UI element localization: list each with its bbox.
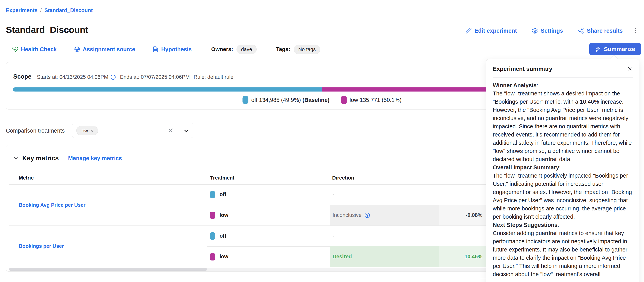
target-icon — [74, 46, 80, 52]
column-header-direction: Direction — [332, 175, 354, 181]
scope-rule: Rule: default rule — [194, 74, 234, 80]
owners-label: Owners: — [211, 46, 233, 52]
tags-pill[interactable]: No tags — [294, 45, 320, 54]
owner-pill[interactable]: dave — [236, 45, 256, 54]
panel-divider — [493, 77, 633, 78]
assignment-source-link[interactable]: Assignment source — [74, 46, 135, 53]
close-icon[interactable] — [626, 65, 634, 73]
breadcrumb-experiments[interactable]: Experiments — [6, 8, 38, 14]
summary-section-winner: Winner Analysis:The "low" treatment show… — [493, 81, 633, 163]
off-swatch — [210, 191, 215, 198]
column-header-treatment: Treatment — [210, 175, 234, 181]
direction-cell-inconclusive: Inconclusive — [330, 205, 439, 225]
allocation-segment-off — [13, 87, 322, 91]
scope-ends-at: Ends at: 07/07/2025 04:06PM — [120, 74, 190, 80]
collapse-chevron-icon[interactable] — [13, 155, 19, 161]
summary-section-impact: Overall Impact Summary:The "low" treatme… — [493, 163, 633, 221]
breadcrumb-current[interactable]: Standard_Discount — [44, 8, 93, 14]
info-icon[interactable] — [110, 74, 116, 80]
clear-selection-icon[interactable] — [167, 127, 174, 134]
experiment-detail-page: Experiments / Standard_Discount Standard… — [0, 0, 644, 282]
comparison-treatments-label: Comparison treatments — [6, 127, 64, 134]
overflow-menu-button[interactable] — [632, 26, 640, 35]
health-check-link[interactable]: Health Check — [12, 46, 57, 53]
select-divider — [179, 125, 179, 136]
chevron-down-icon[interactable] — [183, 127, 190, 134]
key-metrics-title: Key metrics — [22, 155, 59, 162]
header-actions: Edit experiment Settings Share results — [466, 26, 623, 36]
meta-bar: Health Check Assignment source Hypothesi… — [12, 44, 320, 54]
panel-caret — [610, 55, 618, 63]
legend-item-off: off 134,985 (49.9%) (Baseline) — [242, 96, 330, 104]
column-header-metric: Metric — [19, 175, 34, 181]
metric-link-booking-avg-price[interactable]: Booking Avg Price per User — [19, 202, 86, 208]
legend-item-low: low 135,771 (50.1%) — [341, 96, 402, 104]
off-swatch — [210, 232, 215, 240]
breadcrumb-separator: / — [40, 8, 42, 14]
delta-value-cell: 10.46% — [439, 246, 487, 267]
comparison-treatments-select[interactable]: low — [72, 123, 193, 138]
allocation-legend: off 134,985 (49.9%) (Baseline) low 135,7… — [242, 96, 402, 104]
hypothesis-link[interactable]: Hypothesis — [152, 46, 192, 53]
gear-icon — [532, 28, 538, 34]
share-icon — [578, 28, 584, 34]
treatment-cell-low: low — [210, 205, 228, 225]
settings-button[interactable]: Settings — [532, 28, 563, 34]
treatment-cell-off: off — [210, 226, 226, 246]
scope-starts-at: Starts at: 04/13/2025 04:06PM — [37, 74, 116, 80]
low-swatch — [210, 212, 215, 219]
treatment-cell-off: off — [210, 184, 226, 205]
summarize-button[interactable]: Summarize — [589, 43, 641, 55]
tags-label: Tags: — [276, 46, 290, 52]
summary-text: Winner Analysis:The "low" treatment show… — [493, 81, 633, 278]
off-swatch — [242, 96, 248, 104]
help-icon[interactable] — [364, 212, 370, 218]
low-swatch — [341, 96, 346, 104]
low-swatch — [210, 253, 215, 260]
treatment-chip-low[interactable]: low — [76, 126, 98, 135]
sparkles-icon — [595, 46, 601, 52]
delta-value-cell: -0.08% — [439, 205, 487, 225]
direction-cell: - — [330, 184, 439, 205]
direction-cell: - — [330, 226, 439, 246]
direction-cell-desired: Desired — [330, 246, 439, 267]
summary-panel-title: Experiment summary — [493, 66, 552, 72]
scope-title: Scope — [13, 73, 32, 80]
pencil-icon — [466, 28, 472, 34]
edit-experiment-button[interactable]: Edit experiment — [466, 28, 517, 34]
summary-section-next-steps: Next Steps Suggestions:Consider adding g… — [493, 221, 633, 278]
manage-key-metrics-link[interactable]: Manage key metrics — [68, 155, 122, 162]
share-results-button[interactable]: Share results — [578, 28, 623, 34]
metric-link-bookings-per-user[interactable]: Bookings per User — [19, 243, 64, 249]
document-icon — [152, 46, 159, 52]
scrollbar-thumb[interactable] — [9, 268, 207, 271]
chip-remove-icon[interactable] — [90, 129, 94, 132]
treatment-cell-low: low — [210, 246, 228, 267]
breadcrumb: Experiments / Standard_Discount — [6, 8, 93, 14]
heart-check-icon — [12, 46, 18, 52]
experiment-summary-panel: Experiment summary Winner Analysis:The "… — [486, 59, 639, 282]
page-title: Standard_Discount — [6, 24, 88, 35]
